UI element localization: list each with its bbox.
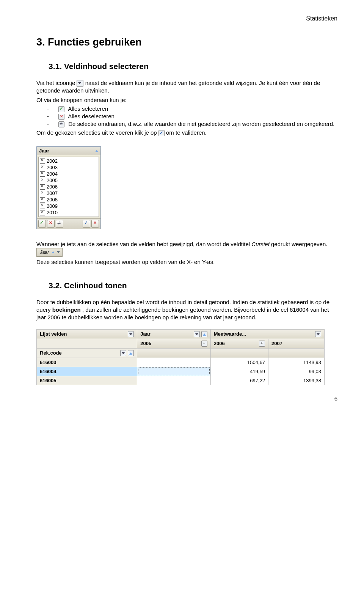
blank xyxy=(137,348,211,358)
cell-value[interactable] xyxy=(137,376,211,385)
dropdown-icon[interactable] xyxy=(315,331,321,337)
sort-asc-icon[interactable] xyxy=(201,331,207,337)
jaar-footer xyxy=(37,218,100,229)
invert-selection-button[interactable] xyxy=(56,220,63,228)
year-col[interactable]: 2007 xyxy=(268,339,325,348)
cell-value[interactable]: 1143,93 xyxy=(268,358,325,367)
deselect-all-button[interactable] xyxy=(47,220,55,228)
row-code[interactable]: 616004 xyxy=(37,367,137,376)
checkbox-icon[interactable] xyxy=(40,171,45,177)
para-3-1-axes: Deze selecties kunnen toegepast worden o… xyxy=(36,258,337,266)
table-header-row-3: Rek.code xyxy=(37,348,325,358)
cell-value[interactable]: 1399,38 xyxy=(268,376,325,385)
cell-value[interactable]: 697,22 xyxy=(210,376,268,385)
section-heading-3: 3. Functies gebruiken xyxy=(36,36,337,48)
list-item: De selectie omdraaien, d.w.z. alle waard… xyxy=(47,121,337,127)
select-all-button[interactable] xyxy=(38,220,46,228)
cell-value[interactable] xyxy=(137,358,211,367)
jaar-item[interactable]: 2009 xyxy=(40,203,97,209)
page-number: 6 xyxy=(36,395,337,402)
jaar-item-label: 2007 xyxy=(47,190,58,196)
statistics-table: Lijst velden Jaar Meetwaarde... 2005 xyxy=(36,329,325,385)
jaar-selector-panel: Jaar 20022003200420052006200720082009201… xyxy=(36,146,101,229)
jaar-item-label: 2008 xyxy=(47,197,58,203)
table-row[interactable]: 616005697,221399,38 xyxy=(37,376,325,385)
apply-button[interactable] xyxy=(83,220,90,228)
jaar-header-label: Jaar xyxy=(39,148,49,154)
jaar-item-label: 2010 xyxy=(47,210,58,215)
corner-header[interactable]: Lijst velden xyxy=(37,329,137,339)
x-icon xyxy=(58,114,64,120)
bold-word: boekingen xyxy=(52,306,81,313)
strip-label: Jaar xyxy=(40,249,49,255)
para-3-1-validate: Om de gekozen selecties uit te voeren kl… xyxy=(36,129,337,137)
row-code[interactable]: 616005 xyxy=(37,376,137,385)
jaar-item[interactable]: 2002 xyxy=(40,158,97,164)
section-heading-3-1: 3.1. Veldinhoud selecteren xyxy=(49,62,337,71)
list-item: Alles selecteren xyxy=(47,105,337,112)
jaar-item[interactable]: 2008 xyxy=(40,196,97,203)
sort-asc-icon[interactable] xyxy=(128,350,134,356)
blank xyxy=(268,348,325,358)
jaar-item-label: 2003 xyxy=(47,165,58,170)
jaar-header-strip: Jaar xyxy=(36,248,63,256)
cell-value[interactable] xyxy=(137,367,211,376)
check-icon xyxy=(58,106,64,112)
group-header-jaar[interactable]: Jaar xyxy=(137,329,211,339)
jaar-item[interactable]: 2007 xyxy=(40,190,97,196)
cell-value[interactable]: 1504,67 xyxy=(210,358,268,367)
cursief-word: Cursief xyxy=(251,241,270,247)
dropdown-icon[interactable] xyxy=(128,331,134,337)
checkbox-icon[interactable] xyxy=(40,210,45,215)
swap-icon xyxy=(58,121,64,127)
year-col[interactable]: 2006 xyxy=(210,339,268,348)
dropdown-icon xyxy=(77,80,83,87)
section-heading-3-2: 3.2. Celinhoud tonen xyxy=(49,281,337,290)
row-dim-header[interactable]: Rek.code xyxy=(37,348,137,358)
cancel-button[interactable] xyxy=(91,220,99,228)
checkbox-icon[interactable] xyxy=(40,178,45,183)
jaar-item-label: 2006 xyxy=(47,184,58,190)
para-3-1-buttons-intro: Of via de knoppen onderaan kun je: xyxy=(36,96,337,104)
table-row[interactable]: 6160031504,671143,93 xyxy=(37,358,325,367)
checkbox-icon[interactable] xyxy=(40,191,45,196)
dropdown-icon[interactable] xyxy=(120,350,126,356)
plus-icon[interactable] xyxy=(201,341,207,347)
para-3-2: Door te dubbelklikken op één bepaalde ce… xyxy=(36,298,337,322)
table-header-row-1: Lijst velden Jaar Meetwaarde... xyxy=(37,329,325,339)
jaar-item[interactable]: 2004 xyxy=(40,171,97,177)
validate-check-icon xyxy=(158,130,165,136)
jaar-item-label: 2005 xyxy=(47,177,58,183)
sort-asc-icon xyxy=(52,251,55,253)
list-item: Alles deselecteren xyxy=(47,113,337,120)
cell-value[interactable]: 419,59 xyxy=(210,367,268,376)
jaar-item[interactable]: 2006 xyxy=(40,184,97,190)
blank xyxy=(210,348,268,358)
jaar-item-label: 2004 xyxy=(47,171,58,177)
year-col[interactable]: 2005 xyxy=(137,339,211,348)
header-title: Statistieken xyxy=(306,15,337,22)
page-header: Statistieken xyxy=(36,15,337,22)
checkbox-icon[interactable] xyxy=(40,184,45,190)
para-3-1-intro: Via het icoontje naast de veldnaam kun j… xyxy=(36,79,337,95)
checkbox-icon[interactable] xyxy=(40,165,45,170)
jaar-item-label: 2009 xyxy=(47,203,58,209)
button-options-list: Alles selecteren Alles deselecteren De s… xyxy=(47,105,337,127)
sort-asc-icon[interactable] xyxy=(95,150,98,152)
sort-desc-icon xyxy=(57,251,60,253)
jaar-item[interactable]: 2010 xyxy=(40,209,97,216)
jaar-header[interactable]: Jaar xyxy=(37,147,100,155)
plus-icon[interactable] xyxy=(259,341,265,347)
cell-value[interactable]: 99,03 xyxy=(268,367,325,376)
jaar-item[interactable]: 2005 xyxy=(40,177,97,184)
checkbox-icon[interactable] xyxy=(40,197,45,203)
jaar-list: 200220032004200520062007200820092010 xyxy=(38,157,99,217)
table-row[interactable]: 616004419,5999,03 xyxy=(37,367,325,376)
checkbox-icon[interactable] xyxy=(40,159,45,164)
dropdown-icon[interactable] xyxy=(194,331,200,337)
blank-corner xyxy=(37,339,137,348)
row-code[interactable]: 616003 xyxy=(37,358,137,367)
jaar-item[interactable]: 2003 xyxy=(40,164,97,171)
checkbox-icon[interactable] xyxy=(40,204,45,209)
value-header[interactable]: Meetwaarde... xyxy=(210,329,324,339)
